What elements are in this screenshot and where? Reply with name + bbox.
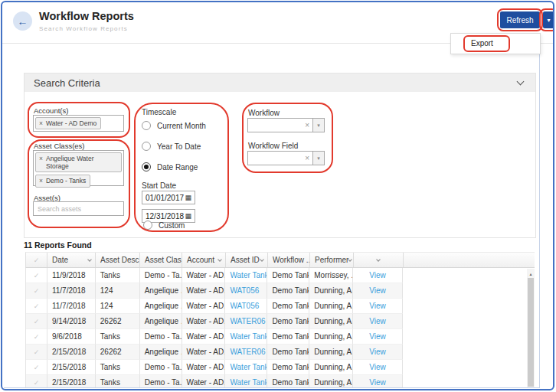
- radio-current-month[interactable]: Current Month: [142, 121, 206, 130]
- remove-tag-icon[interactable]: ×: [39, 177, 43, 185]
- radio-custom[interactable]: Custom: [143, 220, 185, 230]
- start-date-input[interactable]: 01/01/2017 ▦: [142, 191, 195, 204]
- assets-search-input[interactable]: [33, 201, 124, 216]
- radio-circle-icon[interactable]: [143, 220, 152, 230]
- table-cell: Angelique ...: [140, 299, 182, 314]
- row-select-check[interactable]: ✓: [26, 345, 47, 360]
- row-select-check[interactable]: ✓: [26, 283, 47, 299]
- row-select-check[interactable]: ✓: [26, 314, 47, 329]
- back-arrow-icon: ←: [18, 15, 28, 28]
- radio-circle-icon[interactable]: [142, 142, 151, 151]
- view-link[interactable]: View: [353, 299, 403, 314]
- asset-id-link[interactable]: WATER06: [225, 314, 267, 329]
- calendar-icon[interactable]: ▦: [185, 194, 191, 201]
- export-menu-item[interactable]: Export: [471, 39, 493, 47]
- chevron-down-icon[interactable]: [260, 257, 264, 262]
- back-button[interactable]: ←: [13, 11, 32, 31]
- combo-dropdown-button[interactable]: ▾: [312, 119, 324, 132]
- tag-label: Demo - Tanks: [46, 177, 86, 185]
- table-cell: Water - AD...: [182, 329, 226, 345]
- remove-tag-icon[interactable]: ×: [39, 155, 43, 170]
- table-cell: Angelique ...: [140, 283, 182, 299]
- scroll-up-icon[interactable]: ▴: [527, 270, 535, 277]
- table-cell: 2/15/2018: [47, 360, 96, 375]
- asset-id-link[interactable]: WAT056: [225, 299, 267, 314]
- table-cell: Water - AD...: [182, 283, 226, 299]
- row-select-check[interactable]: ✓: [26, 329, 47, 345]
- end-date-value: 12/31/2018: [146, 212, 184, 220]
- selected-tag[interactable]: ×Angelique Water Storage: [35, 152, 122, 172]
- table-row[interactable]: ✓11/9/2018TanksDemo - Ta...Water - AD...…: [26, 268, 403, 283]
- collapse-chevron-icon[interactable]: [517, 78, 525, 86]
- content-right-edge: [539, 44, 540, 387]
- refresh-dropdown-button[interactable]: ▾: [543, 11, 554, 28]
- chevron-down-icon[interactable]: [348, 257, 353, 262]
- scrollbar-thumb[interactable]: [528, 278, 534, 387]
- table-row[interactable]: ✓11/7/2018124Angelique ...Water - AD...W…: [26, 283, 403, 299]
- clear-icon[interactable]: ×: [305, 155, 309, 162]
- table-row[interactable]: ✓2/15/2018TanksDemo - Ta...Water - AD...…: [26, 375, 403, 387]
- chevron-down-icon[interactable]: [87, 257, 92, 262]
- asset-id-link[interactable]: WAT056: [225, 283, 267, 299]
- select-all-header[interactable]: ✓: [26, 253, 47, 267]
- table-cell: 124: [96, 299, 140, 314]
- column-header-asset-desc-[interactable]: Asset Desc...: [96, 253, 140, 267]
- table-cell: Dunning, A...: [309, 283, 353, 299]
- asset-id-link[interactable]: Water Tank...: [225, 360, 267, 375]
- table-row[interactable]: ✓9/14/201826262Angelique ...Water - AD..…: [26, 314, 403, 329]
- workflow-field-combobox[interactable]: × ▾: [247, 151, 325, 165]
- column-header-performer[interactable]: Performer: [310, 253, 354, 267]
- table-cell: 11/9/2018: [47, 268, 96, 283]
- column-header-account[interactable]: Account: [182, 253, 226, 267]
- view-link[interactable]: View: [353, 329, 403, 345]
- radio-year-to-date[interactable]: Year To Date: [142, 142, 201, 151]
- view-link[interactable]: View: [353, 375, 403, 387]
- row-select-check[interactable]: ✓: [26, 299, 47, 314]
- asset-id-link[interactable]: Water Tank...: [225, 268, 267, 283]
- vertical-scrollbar[interactable]: ▴: [527, 269, 535, 387]
- clear-icon[interactable]: ×: [305, 122, 309, 129]
- combo-dropdown-button[interactable]: ▾: [312, 152, 324, 165]
- radio-date-range[interactable]: Date Range: [142, 162, 198, 172]
- table-header-row: ✓DateAsset Desc...Asset ClassAccountAsse…: [25, 252, 535, 268]
- row-select-check[interactable]: ✓: [26, 360, 47, 375]
- asset-id-link[interactable]: Water Tank...: [225, 375, 267, 387]
- chevron-down-icon[interactable]: [376, 257, 381, 262]
- asset-id-link[interactable]: Water Tank...: [225, 329, 267, 345]
- view-link[interactable]: View: [353, 345, 403, 360]
- refresh-button[interactable]: Refresh: [500, 11, 540, 28]
- search-criteria-header[interactable]: Search Criteria: [25, 74, 535, 92]
- view-link[interactable]: View: [353, 360, 403, 375]
- column-header-asset-class[interactable]: Asset Class: [140, 253, 182, 267]
- selected-tag[interactable]: ×Demo - Tanks: [35, 175, 90, 187]
- selected-tag[interactable]: ×Water - AD Demo: [35, 117, 101, 129]
- table-cell: Water - AD...: [182, 314, 226, 329]
- asset-id-link[interactable]: WATER06: [225, 345, 267, 360]
- accounts-tagbox[interactable]: ×Water - AD Demo: [33, 115, 124, 132]
- asset-classes-tagbox[interactable]: ×Angelique Water Storage×Demo - Tanks: [33, 150, 124, 186]
- column-header-view[interactable]: [354, 253, 404, 267]
- view-link[interactable]: View: [353, 268, 403, 283]
- table-row[interactable]: ✓2/15/2018TanksDemo - Ta...Water - AD...…: [26, 360, 403, 375]
- remove-tag-icon[interactable]: ×: [39, 119, 43, 127]
- view-link[interactable]: View: [353, 314, 403, 329]
- table-cell: 2/15/2018: [47, 375, 96, 387]
- column-header-workflow-[interactable]: Workflow ...: [268, 253, 310, 267]
- table-cell: Tanks: [96, 268, 140, 283]
- workflow-combobox[interactable]: × ▾: [247, 118, 325, 132]
- radio-circle-icon[interactable]: [142, 121, 151, 130]
- radio-circle-icon[interactable]: [142, 162, 151, 172]
- row-select-check[interactable]: ✓: [26, 375, 47, 387]
- view-link[interactable]: View: [353, 283, 403, 299]
- table-row[interactable]: ✓9/6/2018TanksDemo - Ta...Water - AD...W…: [26, 329, 403, 345]
- column-header-date[interactable]: Date: [47, 253, 96, 267]
- table-cell: Angelique ...: [140, 345, 182, 360]
- calendar-icon[interactable]: ▦: [185, 213, 191, 220]
- table-cell: Angelique ...: [140, 314, 182, 329]
- table-row[interactable]: ✓2/15/201826262Angelique ...Water - AD..…: [26, 345, 403, 360]
- row-select-check[interactable]: ✓: [26, 268, 47, 283]
- table-row[interactable]: ✓11/7/2018124Angelique ...Water - AD...W…: [26, 299, 403, 314]
- column-header-asset-id[interactable]: Asset ID: [226, 253, 268, 267]
- chevron-down-icon[interactable]: [217, 257, 222, 262]
- table-cell: Tanks: [96, 360, 140, 375]
